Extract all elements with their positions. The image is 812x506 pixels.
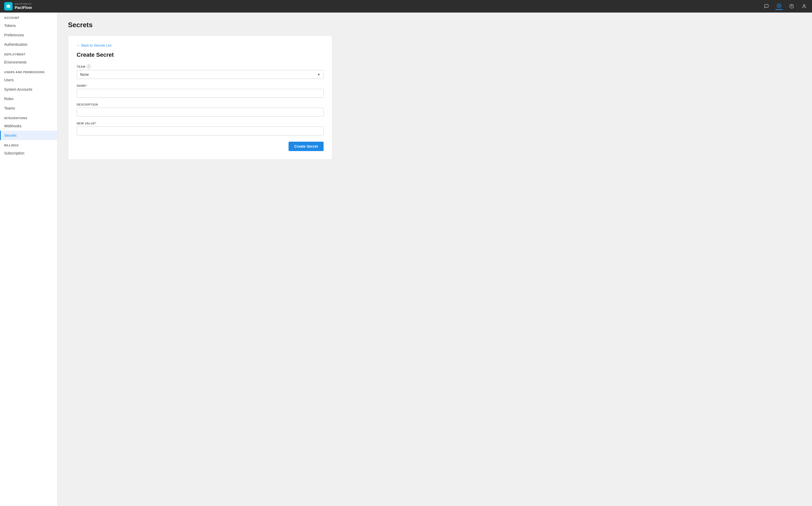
name-field: NAME*	[77, 84, 323, 98]
sidebar-item-authentication[interactable]: Authentication	[0, 40, 57, 49]
back-arrow-icon: ←	[77, 43, 80, 47]
brand-name-bottom: PactFlow	[15, 5, 32, 10]
user-icon[interactable]	[801, 3, 808, 10]
name-input-wrapper	[77, 89, 323, 98]
new-value-label: NEW VALUE*	[77, 122, 323, 125]
svg-point-3	[803, 4, 805, 6]
sidebar-item-secrets[interactable]: Secrets	[0, 131, 57, 140]
new-value-input-wrapper	[77, 126, 323, 136]
team-select[interactable]: None	[77, 70, 323, 79]
app-body: ACCOUNT Tokens Preferences Authenticatio…	[0, 12, 812, 506]
team-info-icon: i	[87, 65, 91, 69]
create-secret-card: ← Back to Secrets List Create Secret TEA…	[68, 35, 332, 160]
back-to-secrets-link[interactable]: ← Back to Secrets List	[77, 43, 112, 47]
sidebar-item-subscription[interactable]: Subscription	[0, 149, 57, 158]
new-value-input[interactable]	[77, 126, 323, 136]
new-value-field: NEW VALUE*	[77, 122, 323, 136]
sidebar-section-billings: BILLINGS	[0, 140, 57, 149]
sidebar-item-roles[interactable]: Roles	[0, 94, 57, 103]
brand-text: SMARTBEAR PactFlow	[15, 3, 32, 10]
settings-icon[interactable]	[776, 3, 783, 10]
topnav: SMARTBEAR PactFlow	[0, 0, 812, 12]
page-title: Secrets	[68, 21, 802, 29]
topnav-icons	[763, 3, 808, 10]
name-label: NAME*	[77, 84, 323, 87]
description-input[interactable]	[77, 108, 323, 116]
sidebar-item-teams[interactable]: Teams	[0, 103, 57, 113]
sidebar-section-deployment: DEPLOYMENT	[0, 49, 57, 58]
team-field: TEAM i None ▼	[77, 65, 323, 79]
sidebar-item-users[interactable]: Users	[0, 75, 57, 85]
brand-logo	[4, 2, 13, 10]
svg-point-0	[779, 5, 780, 6]
sidebar-item-preferences[interactable]: Preferences	[0, 30, 57, 40]
create-secret-button[interactable]: Create Secret	[289, 142, 323, 151]
help-icon[interactable]	[788, 3, 795, 10]
team-select-wrapper: None ▼	[77, 70, 323, 79]
description-label: DESCRIPTION	[77, 103, 323, 106]
name-input[interactable]	[77, 89, 323, 98]
main-content: Secrets ← Back to Secrets List Create Se…	[58, 12, 812, 506]
description-input-wrapper	[77, 108, 323, 116]
sidebar-item-webhooks[interactable]: Webhooks	[0, 121, 57, 131]
sidebar-item-system-accounts[interactable]: System Accounts	[0, 85, 57, 94]
brand[interactable]: SMARTBEAR PactFlow	[4, 2, 32, 10]
description-field: DESCRIPTION	[77, 103, 323, 116]
form-actions: Create Secret	[77, 142, 323, 151]
sidebar-section-integrations: INTEGRATIONS	[0, 113, 57, 121]
form-title: Create Secret	[77, 52, 323, 58]
sidebar: ACCOUNT Tokens Preferences Authenticatio…	[0, 12, 58, 506]
sidebar-item-tokens[interactable]: Tokens	[0, 21, 57, 30]
sidebar-item-environments[interactable]: Environments	[0, 58, 57, 67]
team-label: TEAM i	[77, 65, 323, 69]
sidebar-section-account: ACCOUNT	[0, 12, 57, 21]
sidebar-section-users-permissions: USERS AND PERMISSIONS	[0, 67, 57, 75]
chat-icon[interactable]	[763, 3, 770, 10]
